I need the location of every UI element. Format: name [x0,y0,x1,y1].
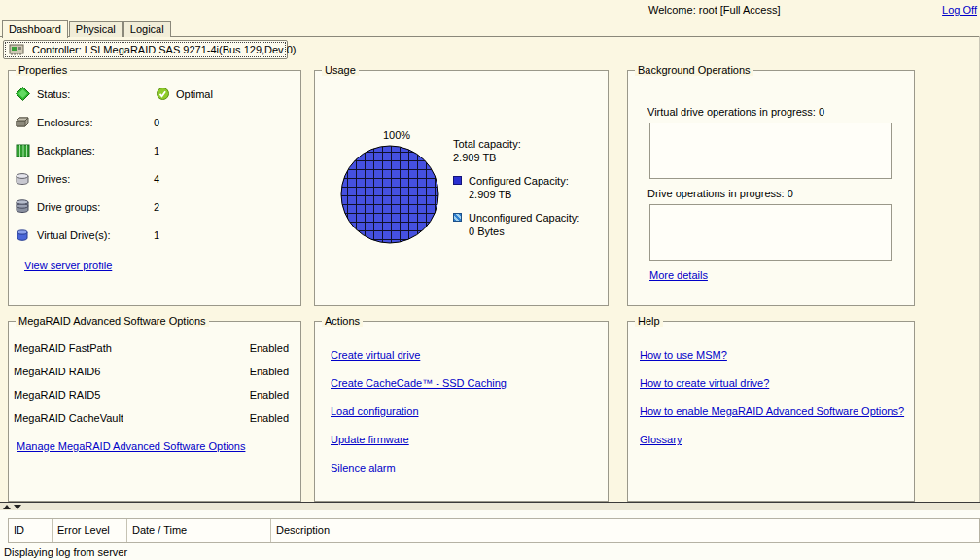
status-icon [14,87,31,101]
how-to-create-virtual-drive-link[interactable]: How to create virtual drive? [640,375,769,392]
property-value-text: 4 [154,173,159,185]
manage-advanced-software-link[interactable]: Manage MegaRAID Advanced Software Option… [17,440,245,452]
configured-capacity-swatch [453,176,462,185]
drives-icon [14,172,31,186]
splitter-collapse-down-icon[interactable] [14,505,21,509]
legend-unconfigured: Unconfigured Capacity: 0 Bytes [453,211,604,238]
feature-status: Enabled [250,366,289,377]
view-server-profile-link[interactable]: View server profile [24,260,112,271]
feature-label: MegaRAID CacheVault [14,412,123,424]
property-row-enclosures: Enclosures: 0 [9,108,300,136]
actions-panel: Actions Create virtual drive Create Cach… [314,321,609,502]
adv-row-raid5: MegaRAID RAID5 Enabled [9,383,300,406]
load-configuration-link[interactable]: Load configuration [331,403,419,420]
legend-value: 2.909 TB [469,188,604,201]
create-cachecade-link[interactable]: Create CacheCade™ - SSD Caching [331,375,507,392]
background-operations-panel: Background Operations Virtual drive oper… [627,70,915,306]
properties-rows: Status: Optimal Enclosures: 0 Backplanes… [9,71,300,249]
log-column-date-time[interactable]: Date / Time [127,519,271,542]
enclosures-icon [14,116,31,129]
feature-label: MegaRAID FastPath [14,342,112,354]
unconfigured-capacity-swatch [453,213,462,222]
title-bar: Welcome: root [Full Access] Log Off [0,0,980,19]
property-label: Status: [37,88,154,100]
tab-bar: Dashboard Physical Logical [2,19,172,37]
log-column-error-level[interactable]: Error Level [52,519,127,542]
property-value-text: 2 [154,201,159,213]
property-label: Drives: [37,173,154,185]
controller-label: Controller: LSI MegaRAID SAS 9271-4i(Bus… [32,44,296,55]
property-value-text: 1 [154,145,159,157]
adv-row-fastpath: MegaRAID FastPath Enabled [9,336,300,360]
legend-total: Total capacity: 2.909 TB [453,137,604,164]
property-label: Virtual Drive(s): [37,229,154,241]
drive-groups-icon [14,199,31,214]
tab-physical[interactable]: Physical [69,21,122,37]
feature-status: Enabled [250,342,289,354]
update-firmware-link[interactable]: Update firmware [331,432,409,448]
actions-links: Create virtual drive Create CacheCade™ -… [315,322,608,501]
backplanes-icon [14,144,31,158]
property-row-drives: Drives: 4 [9,164,300,192]
legend-label: Configured Capacity: [469,174,604,188]
legend-label: Unconfigured Capacity: [469,211,604,225]
glossary-link[interactable]: Glossary [640,432,682,448]
panel-title: Usage [322,64,359,76]
log-splitter[interactable] [0,502,980,510]
drive-operations-box [649,204,892,261]
panel-title: Properties [16,64,70,76]
properties-panel: Properties Status: Optimal Enclosures: 0 [8,70,301,306]
optimal-icon [154,88,171,100]
help-panel: Help How to use MSM? How to create virtu… [627,321,915,502]
tab-dashboard[interactable]: Dashboard [2,20,68,38]
virtual-drives-icon [14,228,31,242]
vd-operations-box [649,122,892,179]
panel-title: Background Operations [635,64,753,76]
log-status-text: Displaying log from server [4,546,127,558]
event-log-area: ID Error Level Date / Time Description D… [0,510,980,560]
log-table-header: ID Error Level Date / Time Description [8,518,980,542]
property-value: Optimal [154,88,213,100]
how-to-use-msm-link[interactable]: How to use MSM? [640,347,727,364]
property-label: Drive groups: [37,201,154,213]
drive-operations-text: Drive operations in progress: 0 [648,188,793,199]
usage-pie-chart [338,143,441,248]
feature-status: Enabled [250,389,289,401]
property-value-text: 1 [154,229,159,241]
silence-alarm-link[interactable]: Silence alarm [331,460,396,476]
property-row-virtual-drives: Virtual Drive(s): 1 [9,221,300,249]
feature-label: MegaRAID RAID6 [14,366,100,377]
property-row-backplanes: Backplanes: 1 [9,136,300,164]
usage-legend: Total capacity: 2.909 TB Configured Capa… [453,137,604,248]
controller-icon [9,43,26,56]
welcome-text: Welcome: root [Full Access] [648,4,781,16]
more-details-link[interactable]: More details [649,269,708,281]
controller-selector[interactable]: Controller: LSI MegaRAID SAS 9271-4i(Bus… [3,40,288,59]
vd-operations-text: Virtual drive operations in progress: 0 [648,106,824,118]
property-value-text: Optimal [176,88,213,100]
property-label: Backplanes: [37,145,154,157]
pie-percent-label: 100% [383,129,410,141]
log-column-description[interactable]: Description [271,519,979,542]
advanced-software-rows: MegaRAID FastPath Enabled MegaRAID RAID6… [9,322,300,430]
property-row-status: Status: Optimal [9,80,300,108]
legend-configured: Configured Capacity: 2.909 TB [453,174,604,201]
property-label: Enclosures: [37,117,154,128]
property-value-text: 0 [154,117,159,128]
feature-label: MegaRAID RAID5 [14,389,100,401]
log-column-id[interactable]: ID [9,519,52,542]
usage-panel: Usage 100% Total capacity: 2.909 TB Conf… [314,70,609,306]
adv-row-cachevault: MegaRAID CacheVault Enabled [9,406,300,430]
tab-logical[interactable]: Logical [123,21,171,37]
log-off-link[interactable]: Log Off [942,4,977,16]
adv-row-raid6: MegaRAID RAID6 Enabled [9,360,300,383]
legend-value: 2.909 TB [453,151,604,164]
splitter-collapse-up-icon[interactable] [3,505,11,509]
feature-status: Enabled [250,412,289,424]
panel-title: MegaRAID Advanced Software Options [16,315,209,327]
property-row-drive-groups: Drive groups: 2 [9,192,300,221]
how-to-enable-advanced-options-link[interactable]: How to enable MegaRAID Advanced Software… [640,403,904,420]
create-virtual-drive-link[interactable]: Create virtual drive [331,347,420,364]
advanced-software-panel: MegaRAID Advanced Software Options MegaR… [8,321,301,502]
help-links: How to use MSM? How to create virtual dr… [628,322,914,501]
